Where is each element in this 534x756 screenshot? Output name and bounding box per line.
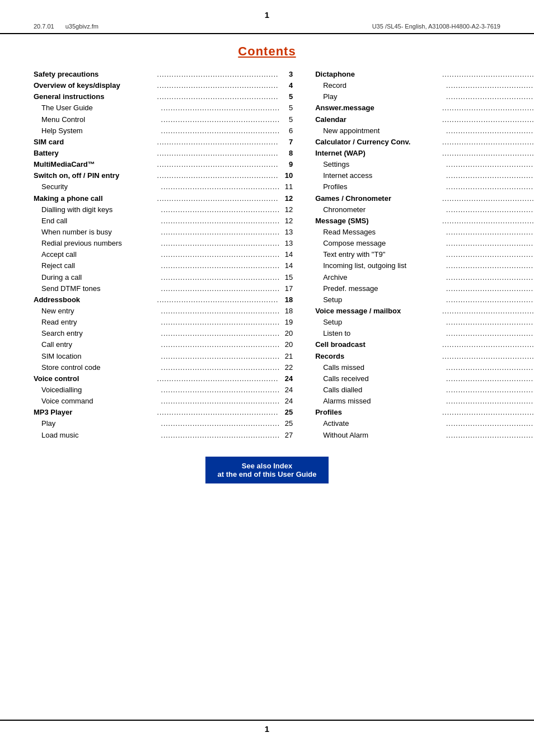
entry-dots: ........................................… [161, 351, 279, 362]
toc-entry: Making a phone call.....................… [34, 193, 293, 204]
entry-dots: ........................................… [442, 103, 534, 114]
doc-info-bar: 20.7.01 u35gbivz.fm U35 /SL45- English, … [0, 22, 534, 34]
entry-dots: ........................................… [157, 137, 279, 148]
toc-entry: Voice control...........................… [34, 373, 293, 384]
page-number-bottom: 1 [265, 724, 269, 734]
toc-entry: Help System.............................… [34, 125, 293, 137]
entry-label: MP3 Player [34, 407, 156, 418]
entry-dots: ........................................… [157, 374, 279, 384]
toc-entry: SIM card................................… [34, 137, 293, 148]
toc-entry: Without Alarm...........................… [315, 430, 534, 441]
toc-entry: Calls dialled...........................… [315, 384, 534, 396]
toc-entry: Message (SMS)...........................… [315, 215, 534, 227]
see-also-line1: See also Index [212, 462, 322, 470]
entry-label: Voicedialling [34, 384, 160, 396]
toc-left-column: Safety precautions......................… [34, 69, 304, 441]
toc-entry: Alarms missed...........................… [315, 396, 534, 407]
entry-dots: ........................................… [442, 69, 534, 80]
page-number-top: 1 [265, 10, 269, 20]
entry-dots: ........................................… [446, 295, 534, 306]
entry-dots: ........................................… [446, 205, 534, 215]
toc-entry: Battery.................................… [34, 148, 293, 159]
toc-entry: Chronometer.............................… [315, 204, 534, 215]
entry-dots: ........................................… [446, 430, 534, 441]
entry-page: 12 [280, 215, 293, 227]
entry-dots: ........................................… [446, 159, 534, 170]
entry-label: Switch on, off / PIN entry [34, 170, 156, 181]
entry-dots: ........................................… [442, 115, 534, 125]
entry-page: 18 [280, 294, 293, 306]
entry-dots: ........................................… [161, 115, 279, 125]
entry-label: Load music [34, 430, 160, 441]
entry-dots: ........................................… [161, 103, 279, 114]
entry-label: Making a phone call [34, 193, 156, 204]
entry-dots: ........................................… [442, 351, 534, 362]
entry-dots: ........................................… [161, 216, 279, 227]
page-wrapper: 1 20.7.01 u35gbivz.fm U35 /SL45- English… [0, 0, 534, 756]
entry-label: General instructions [34, 91, 156, 102]
toc-entry: Redial previous numbers.................… [34, 238, 293, 249]
doc-file: u35gbivz.fm [65, 23, 99, 30]
entry-page: 15 [280, 272, 293, 283]
entry-label: Calendar [315, 114, 441, 125]
toc-entry: End call................................… [34, 215, 293, 227]
entry-dots: ........................................… [446, 238, 534, 249]
entry-page: 27 [280, 430, 293, 441]
entry-dots: ........................................… [161, 238, 279, 249]
entry-dots: ........................................… [442, 407, 534, 418]
see-also-line2: at the end of this User Guide [212, 470, 322, 478]
entry-label: Menu Control [34, 114, 160, 125]
entry-dots: ........................................… [446, 182, 534, 192]
toc-entry: Security................................… [34, 181, 293, 192]
entry-label: Listen to [315, 328, 444, 339]
entry-label: Setup [315, 317, 444, 328]
entry-dots: ........................................… [161, 284, 279, 294]
entry-dots: ........................................… [161, 227, 279, 238]
toc-entry: SIM location............................… [34, 351, 293, 362]
toc-entry: Calendar................................… [315, 114, 534, 125]
entry-dots: ........................................… [161, 328, 279, 339]
entry-label: Games / Chronometer [315, 193, 441, 204]
toc-entry: Incoming list, outgoing list............… [315, 260, 534, 271]
entry-dots: ........................................… [446, 396, 534, 407]
entry-label: Cell broadcast [315, 339, 441, 350]
entry-dots: ........................................… [442, 306, 534, 317]
entry-dots: ........................................… [446, 385, 534, 396]
entry-dots: ........................................… [157, 148, 279, 159]
entry-dots: ........................................… [161, 182, 279, 192]
toc-entry: Calculator / Currency Conv..............… [315, 137, 534, 148]
toc-entry: Voice command...........................… [34, 396, 293, 407]
entry-dots: ........................................… [161, 306, 279, 317]
toc-entry: Read Messages...........................… [315, 227, 534, 238]
entry-label: Internet (WAP) [315, 148, 441, 159]
entry-label: Profiles [315, 407, 441, 418]
toc-entry: Records.................................… [315, 351, 534, 362]
entry-label: Internet access [315, 170, 444, 181]
entry-page: 11 [280, 181, 293, 192]
entry-page: 14 [280, 249, 293, 260]
entry-label: When number is busy [34, 227, 160, 238]
toc-entry: New appointment.........................… [315, 125, 534, 137]
see-also-box: See also Index at the end of this User G… [205, 457, 329, 483]
entry-dots: ........................................… [157, 194, 279, 204]
entry-dots: ........................................… [157, 92, 279, 102]
entry-dots: ........................................… [446, 227, 534, 238]
toc-entry: Send DTMF tones.........................… [34, 283, 293, 294]
entry-page: 25 [280, 407, 293, 418]
entry-label: Profiles [315, 181, 444, 192]
entry-label: Redial previous numbers [34, 238, 160, 249]
entry-page: 17 [280, 283, 293, 294]
entry-label: Predef. message [315, 283, 444, 294]
toc-entry: Menu Control............................… [34, 114, 293, 125]
entry-label: Battery [34, 148, 156, 159]
entry-dots: ........................................… [161, 273, 279, 283]
toc-entry: Record..................................… [315, 80, 534, 91]
toc-entry: MP3 Player..............................… [34, 407, 293, 418]
entry-dots: ........................................… [161, 317, 279, 328]
toc-entry: Profiles................................… [315, 407, 534, 418]
entry-label: Text entry with "T9" [315, 249, 444, 260]
entry-dots: ........................................… [446, 284, 534, 294]
toc-entry: Store control code......................… [34, 362, 293, 373]
toc-entry: When number is busy.....................… [34, 227, 293, 238]
toc-entry: Internet (WAP)..........................… [315, 148, 534, 159]
